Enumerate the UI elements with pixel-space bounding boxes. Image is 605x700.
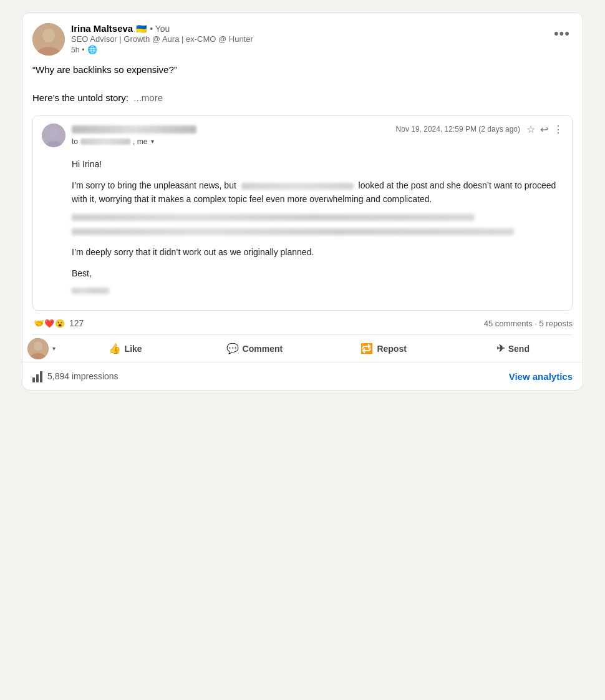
email-sender-top: Nov 19, 2024, 12:59 PM (2 days ago) ☆ ↩ … [72, 124, 563, 135]
reactions-right: 45 comments · 5 reposts [484, 319, 573, 328]
like-icon: 👍 [109, 343, 121, 354]
more-link[interactable]: ...more [133, 92, 163, 103]
action-bar: ▾ 👍 Like 💬 Comment 🔁 Repost ✈ Send [22, 335, 583, 362]
reaction-wow: 😮 [54, 317, 66, 329]
repost-label: Repost [377, 344, 406, 354]
linkedin-post-card: Irina Maltseva 🇺🇦 • You SEO Advisor | Gr… [22, 12, 583, 391]
email-body-paragraph1: I’m sorry to bring the unpleasant news, … [72, 178, 563, 207]
bar1 [32, 377, 35, 382]
comment-button[interactable]: 💬 Comment [190, 338, 319, 359]
post-time: 5h [71, 46, 79, 54]
send-icon: ✈ [496, 343, 505, 354]
post-header-left: Irina Maltseva 🇺🇦 • You SEO Advisor | Gr… [32, 23, 253, 56]
blurred-text-line2 [72, 228, 514, 235]
post-content: “Why are backlinks so expensive?” Here’s… [22, 56, 583, 105]
email-recipient-blurred [80, 139, 130, 145]
svg-point-7 [34, 341, 42, 351]
post-line2: Here’s the untold story: [32, 92, 128, 103]
impressions-left: 5,894 impressions [32, 370, 119, 382]
email-body-paragraph2: I’m deeply sorry that it didn’t work out… [72, 245, 563, 259]
bar-chart-icon [32, 370, 42, 382]
author-info: Irina Maltseva 🇺🇦 • You SEO Advisor | Gr… [71, 23, 253, 54]
reactions-left: 🤝 ❤️ 😮 127 [32, 317, 84, 329]
email-preview: Nov 19, 2024, 12:59 PM (2 days ago) ☆ ↩ … [32, 115, 573, 311]
bar3 [40, 371, 42, 382]
email-header: Nov 19, 2024, 12:59 PM (2 days ago) ☆ ↩ … [33, 116, 572, 155]
impressions-bar: 5,894 impressions View analytics [22, 362, 583, 390]
author-tagline: SEO Advisor | Growth @ Aura | ex-CMO @ H… [71, 34, 253, 44]
send-button[interactable]: ✈ Send [448, 338, 578, 359]
reaction-count: 127 [69, 318, 84, 328]
repost-button[interactable]: 🔁 Repost [319, 338, 448, 359]
email-date: Nov 19, 2024, 12:59 PM (2 days ago) ☆ ↩ … [396, 124, 563, 135]
reaction-emojis: 🤝 ❤️ 😮 [32, 317, 66, 329]
like-label: Like [125, 344, 142, 354]
svg-point-4 [49, 128, 58, 138]
repost-icon: 🔁 [361, 343, 373, 354]
post-text: “Why are backlinks so expensive?” Here’s… [32, 63, 573, 105]
comment-label: Comment [243, 344, 283, 354]
reactions-row: 🤝 ❤️ 😮 127 45 comments · 5 reposts [22, 311, 583, 334]
post-line1: “Why are backlinks so expensive?” [32, 63, 573, 77]
like-button[interactable]: 👍 Like [60, 338, 190, 359]
bar2 [36, 374, 39, 382]
email-sender-info: Nov 19, 2024, 12:59 PM (2 days ago) ☆ ↩ … [72, 124, 563, 146]
svg-point-1 [42, 29, 55, 42]
view-analytics-button[interactable]: View analytics [509, 371, 573, 382]
reply-icon[interactable]: ↩ [540, 124, 548, 135]
email-sender-name-blurred [72, 125, 196, 134]
author-name: Irina Maltseva [71, 23, 133, 34]
send-label: Send [508, 344, 530, 354]
impressions-text: 5,894 impressions [47, 371, 119, 381]
email-closing: Best, [72, 266, 563, 280]
kebab-icon[interactable]: ⋮ [553, 124, 563, 135]
email-name-blurred [241, 183, 354, 190]
email-action-icons: ☆ ↩ ⋮ [526, 124, 563, 135]
post-meta: 5h • 🌐 [71, 45, 253, 54]
avatar-dropdown-chevron: ▾ [52, 345, 56, 352]
email-to-row: to , me ▾ [72, 137, 563, 146]
author-flag: 🇺🇦 [136, 24, 147, 34]
blurred-signature [72, 288, 109, 294]
comment-icon: 💬 [226, 343, 239, 354]
action-avatar [27, 338, 49, 359]
more-options-icon[interactable]: ••• [551, 23, 573, 44]
star-icon[interactable]: ☆ [526, 124, 535, 135]
post-header: Irina Maltseva 🇺🇦 • You SEO Advisor | Gr… [22, 13, 583, 56]
blurred-text-line1 [72, 214, 475, 221]
globe-icon: 🌐 [87, 45, 97, 54]
author-name-row: Irina Maltseva 🇺🇦 • You [71, 23, 253, 34]
email-body: Hi Irina! I’m sorry to bring the unpleas… [33, 155, 572, 311]
email-sender-avatar [42, 124, 65, 147]
email-greeting: Hi Irina! [72, 157, 563, 171]
author-avatar [32, 23, 65, 56]
action-avatar-group[interactable]: ▾ [27, 338, 56, 359]
you-badge: • You [150, 24, 170, 34]
